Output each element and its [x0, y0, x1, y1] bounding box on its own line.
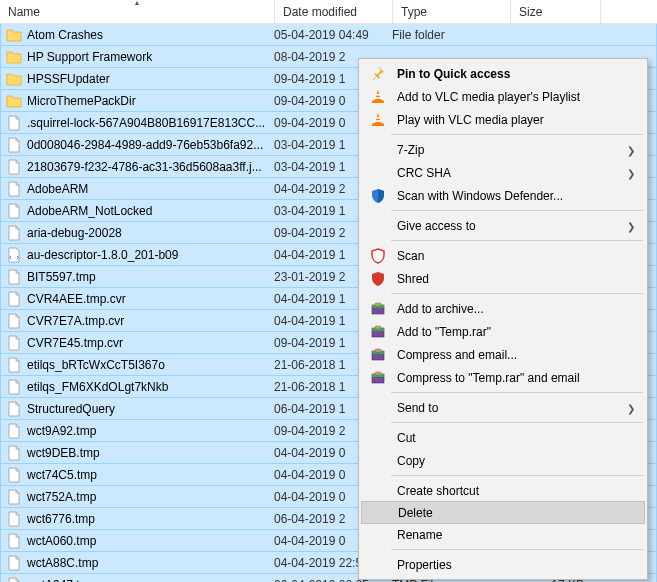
file-icon [6, 357, 22, 373]
vlc-icon [370, 89, 386, 105]
menu-icon-wrap [367, 247, 389, 265]
mcafee-scan-icon [370, 248, 386, 264]
file-icon-wrap [5, 48, 23, 66]
column-date-modified[interactable]: Date modified [275, 0, 393, 23]
column-size[interactable]: Size [511, 0, 601, 23]
menu-icon-wrap [367, 270, 389, 288]
menu-icon-wrap [367, 369, 389, 387]
menu-item-pin-to-quick-access[interactable]: Pin to Quick access [361, 62, 645, 85]
file-icon [6, 335, 22, 351]
menu-item-scan[interactable]: Scan [361, 244, 645, 267]
file-name: BIT5597.tmp [27, 270, 274, 284]
folder-icon [6, 49, 22, 65]
column-type-label: Type [401, 5, 427, 19]
menu-icon-wrap [367, 164, 389, 182]
file-type: File folder [392, 28, 510, 42]
file-icon [6, 291, 22, 307]
menu-item-label: Pin to Quick access [397, 67, 510, 81]
menu-item-label: Add to "Temp.rar" [397, 325, 491, 339]
file-icon-wrap [5, 224, 23, 242]
menu-icon-wrap [367, 323, 389, 341]
file-icon-wrap [5, 576, 23, 583]
file-icon [6, 577, 22, 583]
file-icon [6, 225, 22, 241]
menu-icon-wrap [367, 429, 389, 447]
menu-item-label: 7-Zip [397, 143, 424, 157]
menu-item-send-to[interactable]: Send to❯ [361, 396, 645, 419]
file-name: wct9DEB.tmp [27, 446, 274, 460]
file-name: wct9A92.tmp [27, 424, 274, 438]
column-name-label: Name [8, 5, 40, 19]
file-date: 05-04-2019 04:49 [274, 28, 392, 42]
menu-separator [391, 240, 643, 241]
menu-item-label: Copy [397, 454, 425, 468]
folder-icon [6, 93, 22, 109]
file-icon-wrap [5, 158, 23, 176]
table-row[interactable]: Atom Crashes05-04-2019 04:49File folder [0, 24, 657, 46]
file-icon [6, 269, 22, 285]
file-name: wct6776.tmp [27, 512, 274, 526]
menu-icon-wrap [367, 556, 389, 574]
menu-item-create-shortcut[interactable]: Create shortcut [361, 479, 645, 502]
folder-icon [6, 71, 22, 87]
menu-item-compress-to-temp-rar-and-email[interactable]: Compress to "Temp.rar" and email [361, 366, 645, 389]
menu-item-play-with-vlc-media-player[interactable]: Play with VLC media player [361, 108, 645, 131]
menu-icon-wrap [367, 217, 389, 235]
menu-separator [391, 549, 643, 550]
menu-icon-wrap [368, 504, 390, 522]
file-icon-wrap [5, 180, 23, 198]
file-icon [6, 555, 22, 571]
context-menu: Pin to Quick accessAdd to VLC media play… [358, 58, 648, 580]
file-icon-wrap [5, 488, 23, 506]
menu-item-7-zip[interactable]: 7-Zip❯ [361, 138, 645, 161]
menu-icon-wrap [367, 111, 389, 129]
menu-item-add-to-temp-rar[interactable]: Add to "Temp.rar" [361, 320, 645, 343]
menu-item-delete[interactable]: Delete [361, 501, 645, 524]
column-name[interactable]: Name ▲ [0, 0, 275, 23]
menu-item-label: Properties [397, 558, 452, 572]
file-icon-wrap [5, 312, 23, 330]
submenu-arrow-icon: ❯ [627, 402, 635, 413]
vlc-icon [370, 112, 386, 128]
menu-item-cut[interactable]: Cut [361, 426, 645, 449]
menu-item-add-to-vlc-media-player-s-playlist[interactable]: Add to VLC media player's Playlist [361, 85, 645, 108]
menu-icon-wrap [367, 141, 389, 159]
file-icon-wrap [5, 378, 23, 396]
menu-icon-wrap [367, 187, 389, 205]
menu-item-label: Add to archive... [397, 302, 484, 316]
pin-icon [370, 66, 386, 82]
menu-separator [391, 134, 643, 135]
menu-separator [391, 475, 643, 476]
file-name: wctA88C.tmp [27, 556, 274, 570]
menu-item-label: Create shortcut [397, 484, 479, 498]
file-icon-wrap [5, 532, 23, 550]
menu-item-copy[interactable]: Copy [361, 449, 645, 472]
menu-item-label: Delete [398, 506, 433, 520]
file-name: wctA947.tmp [27, 578, 274, 583]
winrar-icon [370, 347, 386, 363]
shield-icon [370, 188, 386, 204]
file-icon [6, 511, 22, 527]
menu-item-scan-with-windows-defender[interactable]: Scan with Windows Defender... [361, 184, 645, 207]
menu-item-properties[interactable]: Properties [361, 553, 645, 576]
menu-separator [391, 392, 643, 393]
menu-item-compress-and-email[interactable]: Compress and email... [361, 343, 645, 366]
file-icon-wrap [5, 444, 23, 462]
file-icon-wrap [5, 246, 23, 264]
column-header: Name ▲ Date modified Type Size [0, 0, 657, 24]
file-name: 0d008046-2984-4989-add9-76eb53b6fa92... [27, 138, 274, 152]
menu-item-add-to-archive[interactable]: Add to archive... [361, 297, 645, 320]
file-icon-wrap [5, 202, 23, 220]
menu-item-crc-sha[interactable]: CRC SHA❯ [361, 161, 645, 184]
menu-item-label: Rename [397, 528, 442, 542]
file-name: wct752A.tmp [27, 490, 274, 504]
file-name: wctA060.tmp [27, 534, 274, 548]
menu-item-shred[interactable]: Shred [361, 267, 645, 290]
column-type[interactable]: Type [393, 0, 511, 23]
file-icon [6, 445, 22, 461]
column-date-label: Date modified [283, 5, 357, 19]
menu-item-rename[interactable]: Rename [361, 523, 645, 546]
menu-item-give-access-to[interactable]: Give access to❯ [361, 214, 645, 237]
file-icon [6, 401, 22, 417]
file-name: etilqs_bRTcWxCcT5I367o [27, 358, 274, 372]
